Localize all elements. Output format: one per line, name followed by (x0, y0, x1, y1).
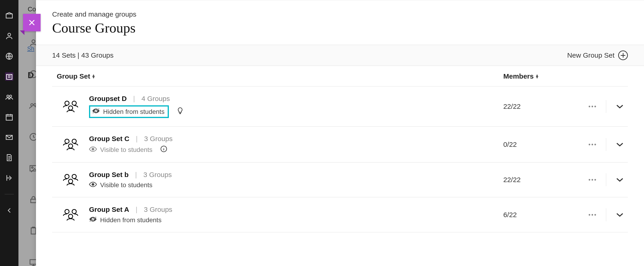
svg-point-20 (68, 106, 73, 110)
divider (606, 208, 606, 221)
svg-point-25 (594, 106, 596, 107)
hint-bulb-icon[interactable] (177, 107, 184, 116)
group-count-text: 3 Groups (143, 171, 172, 179)
course-groups-panel: Create and manage groups Course Groups 1… (36, 0, 644, 266)
column-header-members[interactable]: Members ▴▾ (503, 72, 563, 80)
svg-point-41 (65, 209, 69, 214)
rail-divider (4, 194, 14, 194)
expand-row-button[interactable] (612, 172, 628, 188)
group-count-text: 4 Groups (142, 95, 170, 103)
svg-point-38 (589, 179, 590, 181)
nav-globe-icon[interactable] (5, 52, 14, 60)
nav-calendar-icon[interactable] (5, 113, 14, 121)
svg-point-47 (592, 214, 593, 216)
visibility-text: Visible to students (100, 181, 152, 189)
nav-mail-icon[interactable] (5, 133, 14, 142)
visibility-toggle[interactable]: Hidden from students (89, 105, 503, 118)
svg-point-35 (72, 175, 76, 179)
group-set-row: Group Set C|3 Groups Visible to students… (52, 127, 628, 163)
more-options-button[interactable] (584, 207, 600, 223)
group-set-row: Group Set b|3 Groups Visible to students… (52, 163, 628, 197)
svg-point-46 (589, 214, 590, 216)
divider: | (136, 206, 138, 214)
svg-point-40 (594, 179, 596, 181)
divider (606, 138, 606, 151)
background-overlay (18, 0, 37, 266)
group-set-icon (52, 173, 89, 187)
group-set-name-link[interactable]: Groupset D (89, 95, 127, 103)
eye-icon (89, 146, 97, 154)
svg-point-48 (594, 214, 596, 216)
nav-doc-icon[interactable] (5, 154, 14, 162)
panel-title: Course Groups (52, 20, 628, 36)
sort-icon: ▴▾ (536, 74, 538, 78)
nav-back-icon[interactable] (5, 206, 14, 215)
column-header-groupset[interactable]: Group Set ▴▾ (52, 72, 503, 80)
divider (606, 100, 606, 113)
plus-circle-icon (618, 50, 628, 60)
more-options-button[interactable] (584, 172, 600, 188)
group-set-row: Group Set A|3 Groups Hidden from student… (52, 197, 628, 232)
nav-profile-icon[interactable] (5, 32, 14, 40)
visibility-toggle[interactable]: Visible to students (89, 145, 503, 154)
group-set-name-link[interactable]: Group Set C (89, 135, 130, 143)
svg-point-19 (72, 101, 76, 105)
svg-point-23 (589, 106, 590, 107)
expand-row-button[interactable] (612, 98, 628, 115)
group-set-body: Group Set b|3 Groups Visible to students (89, 171, 503, 189)
more-options-button[interactable] (584, 136, 600, 153)
highlight-callout: Hidden from students (89, 105, 169, 118)
svg-point-27 (72, 139, 76, 143)
nav-groups-icon[interactable] (5, 93, 14, 101)
visibility-text: Visible to students (100, 146, 152, 154)
svg-point-5 (10, 95, 12, 97)
peek-text-co: Co (28, 5, 36, 13)
divider: | (133, 95, 135, 103)
visibility-toggle[interactable]: Hidden from students (89, 216, 503, 224)
svg-rect-6 (6, 115, 12, 120)
global-nav-rail (0, 0, 18, 266)
more-options-button[interactable] (584, 98, 600, 115)
panel-header: Create and manage groups Course Groups (36, 0, 644, 45)
svg-point-1 (8, 33, 10, 36)
nav-share-icon[interactable] (5, 174, 14, 182)
group-count-text: 3 Groups (144, 135, 172, 143)
panel-subtitle: Create and manage groups (52, 10, 628, 18)
visibility-text: Hidden from students (103, 108, 164, 115)
svg-point-37 (92, 184, 94, 186)
group-set-name-link[interactable]: Group Set b (89, 171, 129, 179)
group-set-icon (52, 100, 89, 113)
peek-link-sh[interactable]: Sh (27, 45, 34, 52)
nav-logo-icon[interactable] (5, 11, 14, 20)
svg-point-18 (65, 101, 69, 105)
sort-icon: ▴▾ (92, 74, 94, 78)
expand-row-button[interactable] (612, 136, 628, 153)
new-group-set-button[interactable]: New Group Set (567, 50, 628, 60)
group-set-body: Group Set C|3 Groups Visible to students (89, 135, 503, 154)
row-actions (563, 207, 628, 223)
group-set-name-link[interactable]: Group Set A (89, 206, 129, 214)
members-count: 22/22 (503, 103, 563, 110)
group-count-text: 3 Groups (144, 206, 172, 214)
members-count: 6/22 (503, 211, 563, 219)
table-header-row: Group Set ▴▾ Members ▴▾ (52, 66, 628, 86)
row-actions (563, 172, 628, 188)
group-set-body: Group Set A|3 Groups Hidden from student… (89, 206, 503, 224)
visibility-toggle[interactable]: Visible to students (89, 181, 503, 189)
close-panel-button[interactable] (23, 14, 40, 31)
group-set-body: Groupset D|4 Groups Hidden from students (89, 95, 503, 118)
group-set-table: Group Set ▴▾ Members ▴▾ Groupset D|4 Gro… (36, 66, 644, 232)
divider: | (136, 135, 138, 143)
svg-point-31 (589, 144, 590, 145)
peek-text-d: D (28, 70, 34, 80)
svg-point-42 (72, 209, 76, 214)
row-actions (563, 98, 628, 115)
group-set-icon (52, 208, 89, 222)
svg-rect-0 (6, 14, 12, 18)
eye-off-icon (89, 216, 97, 224)
eye-off-icon (92, 108, 100, 115)
nav-institution-icon[interactable] (5, 72, 14, 81)
info-icon[interactable] (160, 145, 167, 154)
expand-row-button[interactable] (612, 207, 628, 223)
summary-count-text: 14 Sets | 43 Groups (52, 51, 114, 59)
